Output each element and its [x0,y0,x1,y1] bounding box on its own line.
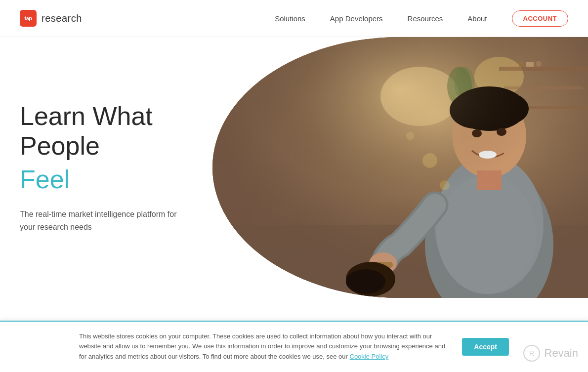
cookie-policy-link[interactable]: Cookie Policy [350,353,389,360]
revain-text: Revain [545,347,578,360]
cookie-banner: This website stores cookies on your comp… [0,321,588,372]
hero-section: Learn What People Feel The real-time mar… [0,37,588,298]
accept-button[interactable]: Accept [462,338,509,356]
hero-title: Learn What People [20,102,183,161]
hero-text: Learn What People Feel The real-time mar… [20,102,183,234]
nav-about[interactable]: About [467,14,487,23]
cookie-text: This website stores cookies on your comp… [79,331,447,362]
nav-app-developers[interactable]: App Developers [330,14,383,23]
site-name: research [42,13,82,24]
account-button[interactable]: ACCOUNT [512,10,569,27]
revain-logo-icon: R [523,344,541,362]
nav-solutions[interactable]: Solutions [275,14,305,23]
navbar: tap research Solutions App Developers Re… [0,0,588,37]
revain-watermark: R Revain [523,344,578,362]
nav-resources[interactable]: Resources [408,14,443,23]
hero-subtitle: The real-time market intelligence platfo… [20,208,183,233]
hero-image [212,37,588,298]
logo-icon: tap [20,10,37,27]
nav-links: Solutions App Developers Resources About… [275,10,568,27]
svg-rect-34 [212,37,588,298]
svg-text:R: R [529,349,534,357]
hero-title-accent: Feel [20,165,183,194]
hero-bg [212,37,588,298]
logo-area[interactable]: tap research [20,10,82,27]
